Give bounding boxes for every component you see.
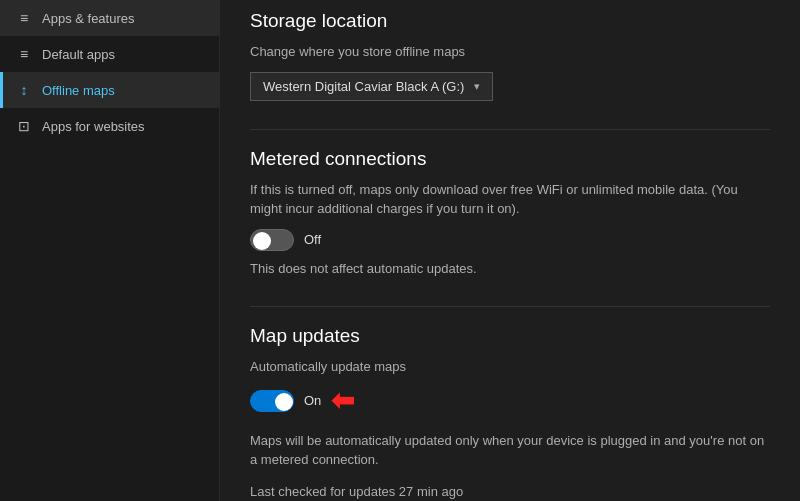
update-desc: Maps will be automatically updated only … bbox=[250, 431, 770, 470]
dropdown-value: Western Digital Caviar Black A (G:) bbox=[263, 79, 464, 94]
offline-maps-icon: ↕ bbox=[16, 82, 32, 98]
divider-1 bbox=[250, 129, 770, 130]
metered-connections-section: Metered connections If this is turned of… bbox=[250, 148, 770, 279]
auto-update-toggle[interactable] bbox=[250, 390, 294, 412]
auto-update-label: Automatically update maps bbox=[250, 357, 770, 377]
storage-desc: Change where you store offline maps bbox=[250, 42, 770, 62]
map-updates-section: Map updates Automatically update maps On… bbox=[250, 325, 770, 501]
last-checked-text: Last checked for updates 27 min ago bbox=[250, 484, 770, 499]
metered-note: This does not affect automatic updates. bbox=[250, 259, 770, 279]
sidebar-item-apps-websites[interactable]: ⊡ Apps for websites bbox=[0, 108, 219, 144]
metered-toggle[interactable] bbox=[250, 229, 294, 251]
storage-location-section: Storage location Change where you store … bbox=[250, 10, 770, 101]
default-apps-icon: ≡ bbox=[16, 46, 32, 62]
storage-title: Storage location bbox=[250, 10, 770, 32]
apps-features-icon: ≡ bbox=[16, 10, 32, 26]
metered-toggle-label: Off bbox=[304, 232, 321, 247]
sidebar-item-apps-features[interactable]: ≡ Apps & features bbox=[0, 0, 219, 36]
arrow-annotation-1: ⬅ bbox=[331, 387, 354, 415]
auto-update-row: On ⬅ bbox=[250, 387, 770, 415]
sidebar: ≡ Apps & features ≡ Default apps ↕ Offli… bbox=[0, 0, 220, 501]
map-updates-title: Map updates bbox=[250, 325, 770, 347]
auto-update-toggle-label: On bbox=[304, 393, 321, 408]
divider-2 bbox=[250, 306, 770, 307]
toggle-knob-on bbox=[275, 393, 293, 411]
sidebar-item-default-apps[interactable]: ≡ Default apps bbox=[0, 36, 219, 72]
sidebar-item-label: Apps & features bbox=[42, 11, 135, 26]
metered-toggle-row: Off bbox=[250, 229, 770, 251]
metered-title: Metered connections bbox=[250, 148, 770, 170]
metered-desc: If this is turned off, maps only downloa… bbox=[250, 180, 770, 219]
apps-websites-icon: ⊡ bbox=[16, 118, 32, 134]
sidebar-item-label: Apps for websites bbox=[42, 119, 145, 134]
toggle-knob bbox=[253, 232, 271, 250]
main-content: Storage location Change where you store … bbox=[220, 0, 800, 501]
storage-dropdown[interactable]: Western Digital Caviar Black A (G:) ▾ bbox=[250, 72, 493, 101]
sidebar-item-label: Offline maps bbox=[42, 83, 115, 98]
sidebar-item-offline-maps[interactable]: ↕ Offline maps bbox=[0, 72, 219, 108]
chevron-down-icon: ▾ bbox=[474, 80, 480, 93]
sidebar-item-label: Default apps bbox=[42, 47, 115, 62]
